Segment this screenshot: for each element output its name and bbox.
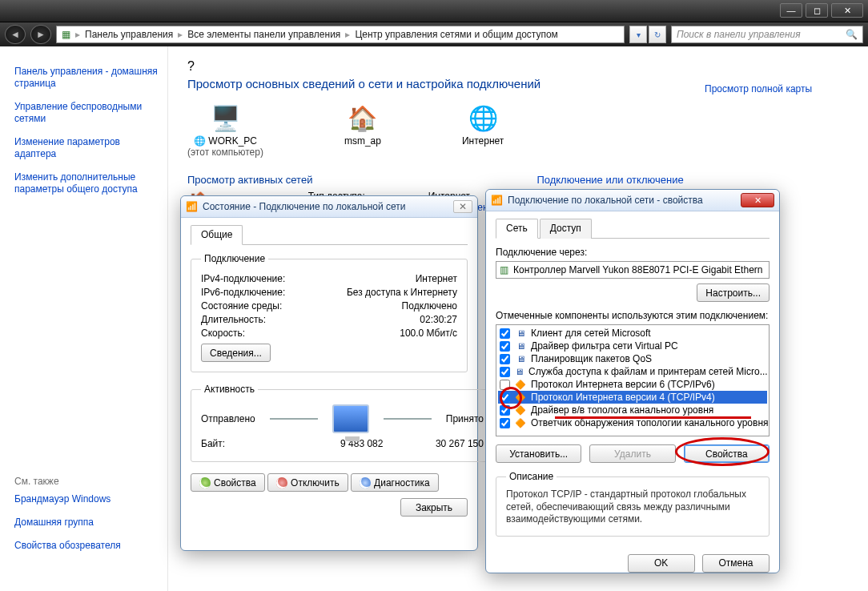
component-properties-button[interactable]: Свойства	[684, 444, 770, 463]
remove-button: Удалить	[589, 444, 675, 463]
home-network-icon: 🏠	[344, 102, 382, 134]
activity-line-icon	[270, 418, 318, 420]
status-tab-general[interactable]: Общие	[191, 225, 243, 245]
control-panel-icon: ▦	[62, 29, 70, 40]
sidebar-wifi-link[interactable]: Управление беспроводными сетями	[14, 101, 159, 125]
protocol-icon: 🔶	[515, 379, 526, 390]
status-dialog-close-button[interactable]: ✕	[453, 200, 472, 213]
sent-label: Отправлено	[201, 413, 255, 424]
full-map-link[interactable]: Просмотр полной карты	[705, 83, 812, 94]
component-item[interactable]: Драйвер фильтра сети Virtual PC	[531, 340, 678, 352]
search-placeholder: Поиск в панели управления	[677, 29, 801, 40]
window-close-button[interactable]: ✕	[831, 3, 863, 18]
breadcrumb-item[interactable]: Все элементы панели управления	[187, 29, 340, 40]
window-maximize-button[interactable]: ◻	[806, 3, 828, 18]
breadcrumb-item[interactable]: Центр управления сетями и общим доступом	[355, 29, 558, 40]
breadcrumb-sep-icon: ▸	[345, 29, 350, 40]
network-node-ap: 🏠 msm_ap	[344, 102, 382, 147]
connect-disconnect-link[interactable]: Подключение или отключение	[536, 174, 683, 186]
protocol-icon: 🔶	[515, 392, 526, 403]
properties-dialog-close-button[interactable]: ✕	[741, 193, 774, 207]
ipv4-label: IPv4-подключение:	[201, 273, 321, 284]
client-icon: 🖥	[515, 328, 526, 339]
search-icon: 🔍	[846, 29, 858, 40]
sidebar-home-link[interactable]: Панель управления - домашняя страница	[14, 66, 159, 90]
status-dialog-title: Состояние - Подключение по локальной сет…	[203, 201, 406, 212]
sidebar-adapter-link[interactable]: Изменение параметров адаптера	[14, 136, 159, 160]
cancel-button[interactable]: Отмена	[702, 554, 770, 573]
sidebar-sharing-link[interactable]: Изменить дополнительные параметры общего…	[14, 171, 159, 195]
components-label: Отмеченные компоненты используются этим …	[496, 310, 770, 321]
component-checkbox[interactable]	[500, 367, 510, 377]
component-checkbox[interactable]	[500, 405, 510, 416]
component-item[interactable]: Клиент для сетей Microsoft	[531, 328, 651, 339]
component-item[interactable]: Ответчик обнаружения топологии канальног…	[531, 417, 769, 428]
refresh-button[interactable]: ↻	[649, 26, 666, 43]
component-item[interactable]: Протокол Интернета версии 6 (TCP/IPv6)	[531, 379, 715, 390]
connect-using-label: Подключение через:	[496, 247, 770, 258]
duration-value: 02:30:27	[321, 314, 457, 325]
ok-button[interactable]: OK	[628, 554, 695, 573]
search-input[interactable]: Поиск в панели управления 🔍	[671, 26, 863, 43]
duration-label: Длительность:	[201, 314, 321, 325]
description-text: Протокол TCP/IP - стандартный протокол г…	[506, 488, 759, 526]
component-checkbox[interactable]	[500, 341, 510, 352]
status-dialog: 📶 Состояние - Подключение по локальной с…	[180, 195, 478, 551]
breadcrumb-dropdown-button[interactable]: ▾	[629, 26, 647, 43]
sidebar-firewall-link[interactable]: Брандмауэр Windows	[14, 493, 159, 505]
sidebar-homegroup-link[interactable]: Домашняя группа	[14, 517, 159, 529]
component-item[interactable]: Драйвер в/в тополога канального уровня	[531, 404, 713, 416]
breadcrumb-item[interactable]: Панель управления	[85, 29, 173, 40]
ipv6-label: IPv6-подключение:	[201, 287, 321, 298]
breadcrumb-sep-icon: ▸	[178, 29, 183, 40]
speed-value: 100.0 Мбит/с	[321, 328, 457, 339]
component-item[interactable]: Служба доступа к файлам и принтерам сете…	[528, 366, 768, 377]
sidebar-ieoptions-link[interactable]: Свойства обозревателя	[14, 540, 159, 552]
description-legend: Описание	[506, 471, 557, 482]
nic-icon: ▥	[500, 264, 508, 275]
properties-dialog-title: Подключение по локальной сети - свойства	[508, 195, 703, 206]
nic-name: Контроллер Marvell Yukon 88E8071 PCI-E G…	[513, 264, 762, 275]
details-button[interactable]: Сведения...	[201, 344, 271, 362]
service-icon: 🖥	[515, 353, 526, 364]
component-checkbox[interactable]	[500, 328, 510, 339]
diagnostics-button[interactable]: Диагностика	[351, 473, 439, 492]
help-icon[interactable]: ?	[187, 59, 849, 74]
service-icon: 🖥	[515, 366, 524, 377]
activity-line-icon	[384, 418, 432, 420]
component-checkbox[interactable]	[500, 354, 510, 364]
active-networks-label: Просмотр активных сетей	[187, 174, 312, 186]
ipv4-value: Интернет	[321, 273, 457, 284]
nic-field[interactable]: ▥ Контроллер Marvell Yukon 88E8071 PCI-E…	[496, 261, 770, 279]
sidebar: Панель управления - домашняя страница Уп…	[0, 46, 168, 591]
disable-button[interactable]: Отключить	[267, 473, 348, 492]
component-checkbox[interactable]	[500, 418, 510, 428]
bytes-recv-value: 30 267 150	[402, 438, 483, 449]
properties-dialog: 📶 Подключение по локальной сети - свойст…	[485, 189, 780, 573]
nav-back-button[interactable]: ◄	[5, 25, 26, 44]
ipv6-value: Без доступа к Интернету	[321, 287, 457, 298]
address-bar[interactable]: ▦ ▸ Панель управления ▸ Все элементы пан…	[56, 26, 625, 43]
configure-button[interactable]: Настроить...	[697, 283, 770, 302]
network-icon: 📶	[491, 195, 503, 206]
component-item-selected[interactable]: Протокол Интернета версии 4 (TCP/IPv4)	[531, 392, 715, 403]
tab-sharing[interactable]: Доступ	[540, 219, 592, 239]
connection-group: Подключение IPv4-подключение:Интернет IP…	[191, 253, 468, 372]
breadcrumb-sep-icon: ▸	[75, 29, 80, 40]
component-checkbox[interactable]	[500, 380, 510, 390]
components-list[interactable]: 🖥Клиент для сетей Microsoft 🖥Драйвер фил…	[496, 324, 770, 436]
nav-forward-button[interactable]: ►	[30, 25, 51, 44]
bytes-label: Байт:	[201, 438, 321, 449]
properties-button[interactable]: Свойства	[191, 473, 265, 492]
media-value: Подключено	[321, 300, 457, 312]
install-button[interactable]: Установить...	[496, 444, 581, 463]
description-group: Описание Протокол TCP/IP - стандартный п…	[496, 471, 770, 537]
window-minimize-button[interactable]: —	[780, 3, 802, 18]
component-checkbox[interactable]	[500, 392, 510, 403]
tab-network[interactable]: Сеть	[496, 219, 538, 239]
received-label: Принято	[446, 413, 484, 424]
close-button[interactable]: Закрыть	[400, 498, 468, 517]
component-item[interactable]: Планировщик пакетов QoS	[531, 353, 652, 364]
see-also-label: См. также	[14, 476, 159, 487]
network-icon: 📶	[186, 201, 198, 212]
